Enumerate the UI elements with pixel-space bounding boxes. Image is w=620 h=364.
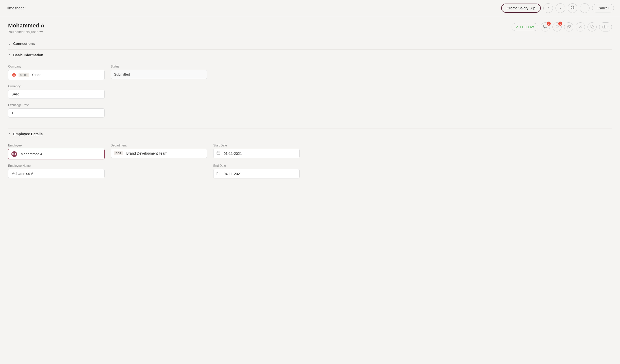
status-input[interactable] <box>111 70 207 79</box>
tag-button[interactable] <box>588 22 597 31</box>
start-date-input[interactable]: 01-11-2021 <box>213 149 300 158</box>
breadcrumb: Timesheet › <box>6 6 26 10</box>
more-button[interactable]: ··· <box>580 3 590 13</box>
attachments-button[interactable] <box>564 22 573 31</box>
doc-title: Mohammed A <box>8 22 44 29</box>
employee-value: Mohammed A. <box>21 152 43 156</box>
prev-button[interactable]: ‹ <box>543 3 553 13</box>
employee-label: Employee <box>8 144 105 147</box>
employee-name-input[interactable] <box>8 169 105 178</box>
employee-details-toggle-icon: ∧ <box>8 132 11 136</box>
assign-button[interactable] <box>576 22 585 31</box>
doc-toolbar: ✓ FOLLOW 0 ♡ 0 <box>512 22 612 31</box>
start-date-label: Start Date <box>213 144 300 147</box>
form-row-exchange-rate: Exchange Rate <box>8 103 612 118</box>
connections-header[interactable]: ∨ Connections <box>8 38 612 49</box>
follow-label: FOLLOW <box>520 25 534 29</box>
form-row-employee-dept-start: Employee MA Mohammed A. Department BDT B… <box>8 144 612 159</box>
company-input[interactable]: S stride Stride <box>8 70 105 80</box>
employee-details-title: Employee Details <box>13 132 43 136</box>
exchange-rate-input[interactable] <box>8 108 105 118</box>
cancel-button[interactable]: Cancel <box>592 4 614 12</box>
comments-icon <box>543 25 547 29</box>
basic-info-section: ∧ Basic Information Company S stride Str… <box>0 49 620 128</box>
paperclip-icon <box>567 25 571 29</box>
svg-point-3 <box>574 7 574 8</box>
employee-input[interactable]: MA Mohammed A. <box>8 149 105 159</box>
employee-details-form: Employee MA Mohammed A. Department BDT B… <box>8 140 612 189</box>
basic-info-header[interactable]: ∧ Basic Information <box>8 49 612 61</box>
svg-point-6 <box>591 26 592 26</box>
end-date-calendar-icon <box>217 172 220 176</box>
follow-check-icon: ✓ <box>516 25 519 29</box>
basic-info-toggle-icon: ∧ <box>8 53 11 57</box>
svg-rect-15 <box>217 172 220 175</box>
breadcrumb-timesheet[interactable]: Timesheet <box>6 6 24 10</box>
svg-point-5 <box>580 25 581 27</box>
person-icon <box>579 25 582 29</box>
form-row-company-status: Company S stride Stride Status <box>8 65 612 80</box>
connections-title: Connections <box>13 42 35 46</box>
image-button[interactable]: ▾ <box>599 22 612 31</box>
next-button[interactable]: › <box>556 3 565 13</box>
form-row-currency: Currency <box>8 85 612 99</box>
end-date-value: 04-11-2021 <box>224 172 242 176</box>
employee-avatar: MA <box>11 151 17 157</box>
employee-name-label: Employee Name <box>8 164 105 168</box>
svg-rect-11 <box>217 152 220 155</box>
employee-group: Employee MA Mohammed A. <box>8 144 105 159</box>
company-label: Company <box>8 65 105 68</box>
start-date-value: 01-11-2021 <box>224 152 242 156</box>
employee-details-section: ∧ Employee Details Employee MA Mohammed … <box>0 128 620 189</box>
doc-title-area: Mohammed A You edited this just now <box>8 22 44 34</box>
department-group: Department BDT Brand Development Team <box>111 144 207 159</box>
end-date-label: End Date <box>213 164 300 168</box>
form-row-empname-enddate: Employee Name End Date 04-11-2021 <box>8 164 612 178</box>
currency-label: Currency <box>8 85 105 88</box>
company-group: Company S stride Stride <box>8 65 105 80</box>
svg-rect-4 <box>544 25 547 27</box>
svg-rect-7 <box>603 26 606 28</box>
create-salary-slip-button[interactable]: Create Salary Slip <box>501 4 541 13</box>
follow-button[interactable]: ✓ FOLLOW <box>512 23 538 31</box>
next-icon: › <box>560 6 561 10</box>
basic-info-title: Basic Information <box>13 53 43 57</box>
likes-button[interactable]: ♡ 0 <box>552 22 562 31</box>
svg-point-8 <box>604 26 605 28</box>
start-date-group: Start Date 01-11-2021 <box>213 144 300 159</box>
employee-name-group: Employee Name <box>8 164 105 178</box>
employee-details-header[interactable]: ∧ Employee Details <box>8 128 612 140</box>
camera-icon <box>602 25 606 29</box>
image-expand-icon: ▾ <box>607 26 609 28</box>
doc-subtitle: You edited this just now <box>8 30 44 34</box>
currency-input[interactable] <box>8 90 105 99</box>
connections-section: ∨ Connections <box>0 38 620 49</box>
tag-icon <box>590 25 594 29</box>
department-label: Department <box>111 144 207 147</box>
start-date-calendar-icon <box>217 151 220 156</box>
end-date-input[interactable]: 04-11-2021 <box>213 169 300 178</box>
svg-text:S: S <box>13 74 15 76</box>
svg-rect-2 <box>572 8 574 9</box>
top-actions: Create Salary Slip ‹ › ··· Cancel <box>501 3 614 13</box>
more-icon: ··· <box>582 5 587 11</box>
comments-button[interactable]: 0 <box>541 22 550 31</box>
currency-group: Currency <box>8 85 105 99</box>
department-input[interactable]: BDT Brand Development Team <box>111 149 207 158</box>
exchange-rate-label: Exchange Rate <box>8 103 105 107</box>
company-abbr: stride <box>19 73 29 77</box>
status-group: Status <box>111 65 207 80</box>
heart-icon: ♡ <box>556 25 559 29</box>
prev-icon: ‹ <box>548 6 549 10</box>
stride-logo-icon: S <box>11 72 17 77</box>
connections-toggle-icon: ∨ <box>8 42 11 46</box>
company-value: Stride <box>32 73 41 77</box>
basic-info-form: Company S stride Stride Status <box>8 61 612 128</box>
likes-badge: 0 <box>558 22 562 26</box>
print-icon <box>570 6 575 11</box>
print-button[interactable] <box>568 3 577 13</box>
comments-badge: 0 <box>547 22 551 26</box>
exchange-rate-group: Exchange Rate <box>8 103 105 118</box>
status-label: Status <box>111 65 207 68</box>
department-badge: BDT <box>114 151 123 155</box>
